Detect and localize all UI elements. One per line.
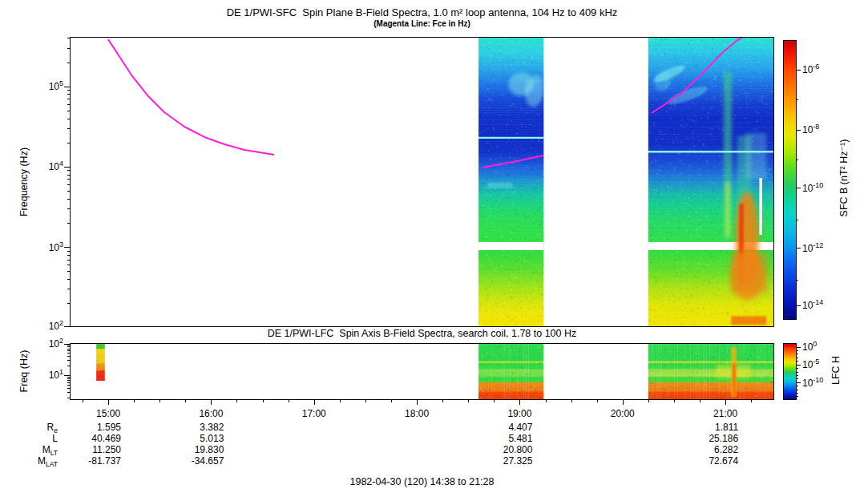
y-axis-minor-tick	[67, 346, 71, 347]
x-axis-major-tick	[314, 399, 315, 405]
sfc-ylabel: Frequency (Hz)	[18, 147, 30, 216]
ephemeris-value: 11.250	[65, 444, 121, 455]
x-axis-time-label: 20:00	[603, 408, 643, 419]
x-axis-minor-tick	[391, 399, 392, 402]
x-axis-minor-tick	[236, 399, 237, 402]
ephemeris-row-label-mlat: MLAT	[0, 455, 58, 468]
colorbar-tick-label: 100	[802, 340, 838, 353]
x-axis-major-tick	[623, 399, 624, 405]
x-axis-minor-tick	[134, 399, 135, 402]
y-axis-minor-tick	[67, 377, 71, 378]
x-axis-major-tick	[725, 399, 726, 405]
y-axis-tick-label: 104	[28, 160, 63, 172]
lfc-spectrogram	[71, 344, 773, 399]
x-axis-minor-tick	[546, 399, 547, 402]
x-axis-minor-tick	[83, 399, 83, 402]
ephemeris-value: 25.186	[682, 433, 738, 444]
colorbar-minor-tick	[796, 378, 798, 379]
lfc-title: DE 1/PWI-LFC Spin Axis B-Field Spectra, …	[71, 328, 773, 339]
y-axis-minor-tick	[67, 356, 71, 357]
x-axis-minor-tick	[365, 399, 366, 402]
x-axis-minor-tick	[674, 399, 675, 402]
colorbar-tick	[796, 70, 801, 71]
colorbar-tick-label: 10-10	[802, 376, 838, 389]
colorbar-minor-tick	[796, 375, 798, 376]
colorbar-minor-tick	[796, 99, 798, 100]
ephemeris-value: -34.657	[168, 455, 224, 467]
colorbar-tick-label: 10-5	[802, 358, 838, 370]
colorbar-minor-tick	[796, 368, 798, 369]
y-axis-minor-tick	[67, 251, 71, 252]
ephemeris-value: 72.674	[682, 455, 738, 467]
colorbar-tick	[796, 248, 801, 248]
y-axis-tick-label: 103	[28, 240, 63, 253]
colorbar-minor-tick	[796, 350, 798, 351]
y-axis-minor-tick	[67, 265, 71, 265]
x-axis-time-label: 15:00	[88, 408, 128, 419]
x-axis-minor-tick	[494, 399, 495, 402]
spectrogram-figure: DE 1/PWI-SFC Spin Plane B-Field Spectra,…	[0, 0, 868, 497]
y-axis-minor-tick	[67, 208, 71, 209]
y-axis-tick-label: 102	[28, 337, 63, 350]
x-axis-major-tick	[211, 399, 212, 405]
colorbar-tick-label: 10-6	[802, 63, 838, 75]
sfc-title: DE 1/PWI-SFC Spin Plane B-Field Spectra,…	[71, 6, 773, 18]
ephemeris-value: 5.013	[168, 433, 224, 444]
y-axis-tick-label: 101	[28, 368, 63, 381]
colorbar-minor-tick	[796, 220, 798, 220]
colorbar-tick	[796, 347, 801, 348]
colorbar-tick-label: 10-8	[802, 123, 838, 135]
y-axis-minor-tick	[67, 279, 71, 280]
sfc-colorbar	[783, 40, 797, 320]
ephemeris-value: 40.469	[65, 433, 121, 444]
y-axis-major-tick	[64, 167, 71, 168]
y-axis-minor-tick	[67, 143, 71, 143]
sfc-plot-area	[70, 37, 774, 327]
x-axis-minor-tick	[185, 399, 186, 402]
x-axis-minor-tick	[340, 399, 341, 402]
ephemeris-value: 27.325	[476, 455, 532, 467]
y-axis-tick-label: 102	[28, 319, 63, 332]
y-axis-minor-tick	[67, 392, 71, 393]
colorbar-tick	[796, 305, 801, 306]
colorbar-minor-tick	[796, 390, 798, 390]
x-axis-minor-tick	[468, 399, 469, 402]
x-axis-time-label: 17:00	[294, 408, 334, 419]
y-axis-minor-tick	[67, 360, 71, 361]
y-axis-major-tick	[64, 326, 71, 327]
y-axis-minor-tick	[67, 175, 71, 176]
colorbar-minor-tick	[796, 361, 798, 362]
colorbar-tick	[796, 188, 801, 188]
x-axis-minor-tick	[263, 399, 264, 402]
colorbar-tick	[796, 382, 801, 383]
colorbar-tick-label: 10-12	[802, 241, 838, 254]
y-axis-minor-tick	[67, 111, 71, 111]
y-axis-minor-tick	[67, 350, 71, 351]
ephemeris-value: 6.282	[682, 444, 738, 455]
y-axis-minor-tick	[67, 179, 71, 180]
colorbar-minor-tick	[796, 372, 798, 373]
colorbar-tick	[796, 365, 801, 366]
x-axis-major-tick	[108, 399, 109, 405]
y-axis-minor-tick	[67, 289, 71, 289]
y-axis-minor-tick	[67, 388, 71, 389]
colorbar-tick	[796, 130, 801, 131]
colorbar-minor-tick	[796, 160, 798, 160]
y-axis-minor-tick	[67, 184, 71, 185]
y-axis-minor-tick	[67, 385, 71, 386]
y-axis-minor-tick	[67, 382, 71, 383]
colorbar-minor-tick	[796, 280, 798, 281]
y-axis-minor-tick	[67, 191, 71, 192]
y-axis-minor-tick	[67, 170, 71, 171]
y-axis-minor-tick	[67, 353, 71, 354]
y-axis-minor-tick	[67, 223, 71, 224]
y-axis-minor-tick	[67, 260, 71, 261]
ephemeris-value: 4.407	[476, 422, 532, 433]
ephemeris-value: 1.811	[682, 422, 738, 433]
x-axis-minor-tick	[571, 399, 572, 402]
colorbar-minor-tick	[796, 386, 798, 386]
y-axis-minor-tick	[67, 303, 71, 304]
y-axis-minor-tick	[67, 90, 71, 91]
x-axis-major-tick	[417, 399, 418, 405]
x-axis-minor-tick	[289, 399, 289, 402]
